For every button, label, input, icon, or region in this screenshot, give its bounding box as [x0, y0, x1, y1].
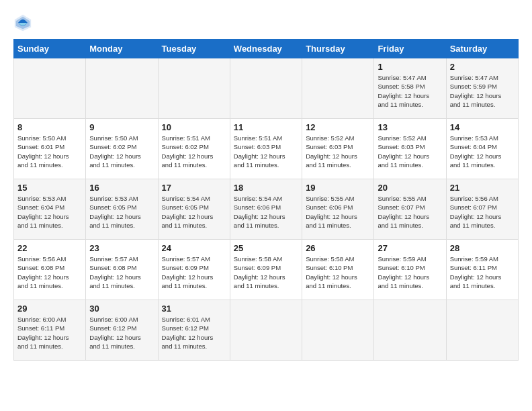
calendar-table: SundayMondayTuesdayWednesdayThursdayFrid… [13, 39, 519, 361]
day-info: Sunrise: 6:00 AMSunset: 6:12 PMDaylight:… [89, 315, 154, 351]
day-info: Sunrise: 6:00 AMSunset: 6:11 PMDaylight:… [17, 315, 82, 351]
day-number: 27 [378, 243, 442, 253]
day-info: Sunrise: 5:59 AMSunset: 6:11 PMDaylight:… [450, 255, 515, 290]
day-number: 13 [378, 122, 442, 132]
calendar-cell: 20Sunrise: 5:55 AMSunset: 6:07 PMDayligh… [374, 179, 446, 240]
day-info: Sunrise: 5:58 AMSunset: 6:10 PMDaylight:… [306, 255, 370, 290]
calendar-cell: 13Sunrise: 5:52 AMSunset: 6:03 PMDayligh… [374, 119, 446, 179]
day-number: 24 [162, 243, 226, 253]
header-saturday: Saturday [446, 40, 518, 58]
day-number: 17 [162, 183, 226, 193]
day-info: Sunrise: 5:55 AMSunset: 6:07 PMDaylight:… [378, 194, 442, 230]
day-info: Sunrise: 5:51 AMSunset: 6:03 PMDaylight:… [234, 134, 298, 169]
day-info: Sunrise: 5:53 AMSunset: 6:05 PMDaylight:… [89, 194, 154, 230]
day-number: 22 [17, 243, 82, 253]
logo-icon [13, 13, 32, 32]
header-monday: Monday [86, 40, 158, 58]
day-info: Sunrise: 5:55 AMSunset: 6:06 PMDaylight:… [306, 194, 370, 230]
header-wednesday: Wednesday [230, 40, 302, 58]
day-info: Sunrise: 5:47 AMSunset: 5:58 PMDaylight:… [378, 73, 442, 109]
day-number: 30 [89, 304, 154, 314]
calendar-cell [14, 58, 86, 119]
day-number: 25 [234, 243, 298, 253]
day-info: Sunrise: 5:52 AMSunset: 6:03 PMDaylight:… [306, 134, 370, 169]
calendar-cell: 29Sunrise: 6:00 AMSunset: 6:11 PMDayligh… [14, 300, 86, 361]
calendar-week-row: 22Sunrise: 5:56 AMSunset: 6:08 PMDayligh… [14, 240, 519, 300]
calendar-cell: 1Sunrise: 5:47 AMSunset: 5:58 PMDaylight… [374, 58, 446, 119]
day-number: 26 [306, 243, 370, 253]
header-sunday: Sunday [14, 40, 86, 58]
day-number: 16 [89, 183, 154, 193]
calendar-cell: 2Sunrise: 5:47 AMSunset: 5:59 PMDaylight… [446, 58, 518, 119]
day-info: Sunrise: 5:50 AMSunset: 6:01 PMDaylight:… [17, 134, 82, 169]
day-number: 29 [17, 304, 82, 314]
calendar-cell [158, 58, 230, 119]
day-info: Sunrise: 5:53 AMSunset: 6:04 PMDaylight:… [17, 194, 82, 230]
calendar-header-row: SundayMondayTuesdayWednesdayThursdayFrid… [14, 40, 519, 58]
calendar-cell: 31Sunrise: 6:01 AMSunset: 6:12 PMDayligh… [158, 300, 230, 361]
day-number: 18 [234, 183, 298, 193]
calendar-cell: 12Sunrise: 5:52 AMSunset: 6:03 PMDayligh… [302, 119, 374, 179]
header-tuesday: Tuesday [158, 40, 230, 58]
day-info: Sunrise: 5:51 AMSunset: 6:02 PMDaylight:… [162, 134, 226, 169]
calendar-cell [230, 58, 302, 119]
day-info: Sunrise: 5:56 AMSunset: 6:07 PMDaylight:… [450, 194, 515, 230]
day-info: Sunrise: 5:58 AMSunset: 6:09 PMDaylight:… [234, 255, 298, 290]
day-number: 1 [378, 62, 442, 72]
calendar-cell [374, 300, 446, 361]
day-number: 9 [89, 122, 154, 132]
day-info: Sunrise: 5:54 AMSunset: 6:06 PMDaylight:… [234, 194, 298, 230]
calendar-cell: 17Sunrise: 5:54 AMSunset: 6:05 PMDayligh… [158, 179, 230, 240]
day-info: Sunrise: 5:53 AMSunset: 6:04 PMDaylight:… [450, 134, 515, 169]
day-info: Sunrise: 5:56 AMSunset: 6:08 PMDaylight:… [17, 255, 82, 290]
logo [13, 13, 35, 32]
calendar-cell: 19Sunrise: 5:55 AMSunset: 6:06 PMDayligh… [302, 179, 374, 240]
header-thursday: Thursday [302, 40, 374, 58]
calendar-cell: 21Sunrise: 5:56 AMSunset: 6:07 PMDayligh… [446, 179, 518, 240]
calendar-week-row: 29Sunrise: 6:00 AMSunset: 6:11 PMDayligh… [14, 300, 519, 361]
day-number: 21 [450, 183, 515, 193]
calendar-cell: 15Sunrise: 5:53 AMSunset: 6:04 PMDayligh… [14, 179, 86, 240]
calendar-cell [86, 58, 158, 119]
calendar-cell [230, 300, 302, 361]
day-number: 14 [450, 122, 515, 132]
calendar-cell: 23Sunrise: 5:57 AMSunset: 6:08 PMDayligh… [86, 240, 158, 300]
calendar-cell: 11Sunrise: 5:51 AMSunset: 6:03 PMDayligh… [230, 119, 302, 179]
page-header [13, 13, 519, 32]
calendar-week-row: 1Sunrise: 5:47 AMSunset: 5:58 PMDaylight… [14, 58, 519, 119]
day-number: 28 [450, 243, 515, 253]
calendar-cell: 18Sunrise: 5:54 AMSunset: 6:06 PMDayligh… [230, 179, 302, 240]
calendar-cell: 27Sunrise: 5:59 AMSunset: 6:10 PMDayligh… [374, 240, 446, 300]
calendar-cell: 22Sunrise: 5:56 AMSunset: 6:08 PMDayligh… [14, 240, 86, 300]
calendar-cell: 25Sunrise: 5:58 AMSunset: 6:09 PMDayligh… [230, 240, 302, 300]
header-friday: Friday [374, 40, 446, 58]
day-number: 8 [17, 122, 82, 132]
calendar-week-row: 15Sunrise: 5:53 AMSunset: 6:04 PMDayligh… [14, 179, 519, 240]
calendar-cell: 30Sunrise: 6:00 AMSunset: 6:12 PMDayligh… [86, 300, 158, 361]
day-number: 2 [450, 62, 515, 72]
calendar-cell: 26Sunrise: 5:58 AMSunset: 6:10 PMDayligh… [302, 240, 374, 300]
day-info: Sunrise: 6:01 AMSunset: 6:12 PMDaylight:… [162, 315, 226, 351]
calendar-cell: 9Sunrise: 5:50 AMSunset: 6:02 PMDaylight… [86, 119, 158, 179]
calendar-cell: 14Sunrise: 5:53 AMSunset: 6:04 PMDayligh… [446, 119, 518, 179]
day-number: 10 [162, 122, 226, 132]
day-number: 20 [378, 183, 442, 193]
calendar-cell: 8Sunrise: 5:50 AMSunset: 6:01 PMDaylight… [14, 119, 86, 179]
day-info: Sunrise: 5:59 AMSunset: 6:10 PMDaylight:… [378, 255, 442, 290]
calendar-cell: 16Sunrise: 5:53 AMSunset: 6:05 PMDayligh… [86, 179, 158, 240]
day-number: 23 [89, 243, 154, 253]
day-info: Sunrise: 5:47 AMSunset: 5:59 PMDaylight:… [450, 73, 515, 109]
calendar-cell [302, 300, 374, 361]
day-info: Sunrise: 5:57 AMSunset: 6:08 PMDaylight:… [89, 255, 154, 290]
calendar-cell [302, 58, 374, 119]
day-number: 11 [234, 122, 298, 132]
day-info: Sunrise: 5:50 AMSunset: 6:02 PMDaylight:… [89, 134, 154, 169]
day-number: 12 [306, 122, 370, 132]
day-info: Sunrise: 5:52 AMSunset: 6:03 PMDaylight:… [378, 134, 442, 169]
calendar-cell: 10Sunrise: 5:51 AMSunset: 6:02 PMDayligh… [158, 119, 230, 179]
day-number: 19 [306, 183, 370, 193]
day-number: 15 [17, 183, 82, 193]
calendar-cell: 28Sunrise: 5:59 AMSunset: 6:11 PMDayligh… [446, 240, 518, 300]
day-info: Sunrise: 5:54 AMSunset: 6:05 PMDaylight:… [162, 194, 226, 230]
calendar-cell: 24Sunrise: 5:57 AMSunset: 6:09 PMDayligh… [158, 240, 230, 300]
